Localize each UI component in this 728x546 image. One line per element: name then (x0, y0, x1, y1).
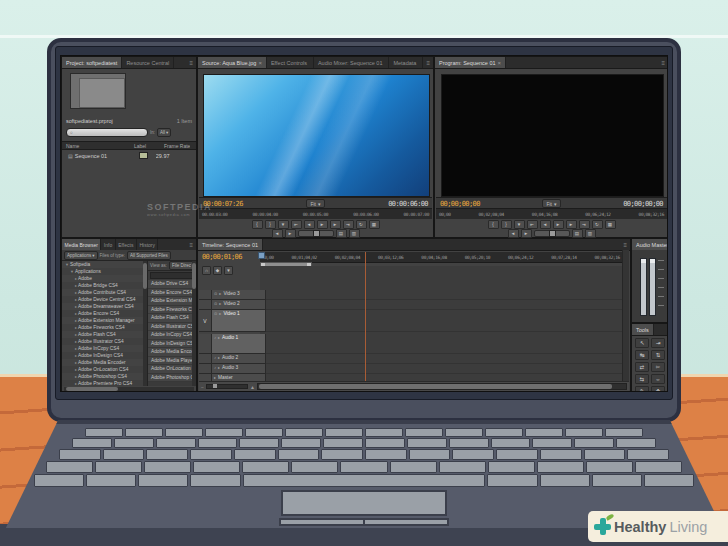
keyboard-key[interactable] (243, 474, 486, 487)
keyboard-key[interactable] (627, 449, 669, 460)
keyboard-key[interactable] (449, 438, 489, 448)
timeline-zoom-slider[interactable] (206, 384, 248, 389)
tools-tab[interactable]: Tools (632, 324, 654, 335)
keyboard-key[interactable] (72, 438, 112, 448)
source-ruler[interactable]: 00:00:03:0000:00:04:0000:00:05:0000:00:0… (199, 208, 432, 219)
keyboard-key[interactable] (146, 449, 188, 460)
program-zoom-select[interactable]: Fit▾ (542, 199, 560, 208)
media-tab[interactable]: Info (101, 239, 115, 250)
twirl-icon[interactable]: ▸ (75, 276, 77, 281)
media-file-item[interactable]: Adobe Encore CS4 (148, 289, 196, 298)
twirl-icon[interactable]: ▸ (75, 332, 77, 337)
media-file-item[interactable]: Adobe InCopy CS4 (148, 331, 196, 340)
keyboard-key[interactable] (144, 461, 191, 473)
lift-button[interactable]: ▤ (572, 229, 583, 238)
jog-right-button[interactable]: ► (521, 229, 532, 238)
set-unnumbered-marker-icon[interactable]: ▼ (224, 266, 233, 275)
twirl-icon[interactable]: ▸ (218, 335, 220, 340)
keyboard-key[interactable] (407, 438, 447, 448)
keyboard-key[interactable] (365, 428, 403, 437)
keyboard-key[interactable] (592, 474, 642, 487)
twirl-icon[interactable]: ▸ (218, 365, 220, 370)
go-to-in-button[interactable]: ⇤ (527, 220, 538, 229)
snap-icon[interactable]: ∩ (202, 266, 211, 275)
keyboard-key[interactable] (340, 461, 387, 473)
media-file-item[interactable]: Adobe Illustrator CS4 (148, 323, 196, 332)
search-input[interactable]: ○ (66, 128, 148, 137)
source-tab[interactable]: Audio Mixer: Sequence 01 (314, 57, 390, 68)
media-file-item[interactable]: Adobe OnLocation CS4 (148, 365, 196, 374)
program-tab[interactable]: Program: Sequence 01 × (435, 57, 506, 68)
go-to-out-button[interactable]: ⇥ (579, 220, 590, 229)
toggle-track-output-icon[interactable]: ⊙ (214, 311, 217, 316)
panel-menu-icon[interactable]: ≡ (186, 239, 196, 250)
keyboard-key[interactable] (156, 438, 196, 448)
step-forward-button[interactable]: ► (330, 220, 341, 229)
media-file-item[interactable]: Adobe Media Player (148, 357, 196, 366)
twirl-icon[interactable]: ▸ (75, 346, 77, 351)
cti-head[interactable] (258, 252, 265, 259)
twirl-icon[interactable]: ▸ (75, 290, 77, 295)
media-tab[interactable]: History (137, 239, 159, 250)
toggle-track-audio-icon[interactable]: ♪ (214, 355, 216, 360)
media-file-item[interactable]: Adobe Photoshop CS4 (148, 374, 196, 383)
twirl-icon[interactable]: ▸ (75, 339, 77, 344)
media-tree-item[interactable]: ▸ Adobe Media Encoder (62, 359, 146, 366)
toggle-track-output-icon[interactable]: ⊙ (214, 301, 217, 306)
jog-right-button[interactable]: ► (285, 229, 296, 238)
track-audio-3[interactable]: ♪▸Audio 3 (199, 364, 622, 374)
keyboard-key[interactable] (245, 428, 283, 437)
keyboard-key[interactable] (190, 474, 240, 487)
selection-tool[interactable]: ↖ (635, 338, 649, 348)
keyboard-key[interactable] (205, 428, 243, 437)
track-audio-2[interactable]: ♪▸Audio 2 (199, 354, 622, 364)
timeline-timecode[interactable]: 00;00;01;06 (202, 253, 242, 261)
keyboard-key[interactable] (125, 428, 163, 437)
keyboard-key[interactable] (86, 474, 136, 487)
go-to-out-button[interactable]: ⇥ (343, 220, 354, 229)
media-file-item[interactable]: Adobe Drive CS4 (148, 280, 196, 289)
keyboard-key[interactable] (285, 428, 323, 437)
keyboard-key[interactable] (491, 438, 531, 448)
timeline-ruler[interactable]: 00;0000;01;04;0200;02;08;0400;03;12;0600… (260, 252, 622, 263)
keyboard-key[interactable] (281, 438, 321, 448)
location-dropdown[interactable]: Applications ▾ (64, 251, 98, 260)
column-name[interactable]: Name (66, 143, 134, 149)
twirl-icon[interactable]: ▼ (70, 269, 74, 274)
view-as-dropdown[interactable]: File Directory (169, 261, 194, 270)
twirl-icon[interactable]: ▸ (75, 311, 77, 316)
keyboard-key[interactable] (405, 428, 443, 437)
keyboard-key[interactable] (365, 438, 405, 448)
insert-button[interactable]: ▤ (336, 229, 347, 238)
keyboard-key[interactable] (291, 461, 338, 473)
keyboard-key[interactable] (540, 449, 582, 460)
twirl-icon[interactable]: ▸ (75, 381, 77, 386)
keyboard-key[interactable] (445, 428, 483, 437)
twirl-icon[interactable]: ▸ (75, 367, 77, 372)
set-encore-chapter-marker-icon[interactable]: ◆ (213, 266, 222, 275)
media-tab[interactable]: Effects (116, 239, 137, 250)
media-tree-item[interactable]: ▼ Applications (62, 268, 146, 275)
twirl-icon[interactable]: ▸ (214, 375, 216, 380)
keyboard-key[interactable] (537, 461, 584, 473)
project-tab[interactable]: Resource Central (122, 57, 174, 68)
keyboard-key[interactable] (644, 474, 694, 487)
twirl-icon[interactable]: ▸ (75, 353, 77, 358)
media-file-item[interactable]: Adobe Flash CS4 (148, 314, 196, 323)
panel-menu-icon[interactable]: ≡ (658, 57, 668, 68)
media-tree-item[interactable]: ▸ Adobe OnLocation CS4 (62, 366, 146, 373)
keyboard-key[interactable] (584, 449, 626, 460)
keyboard-key[interactable] (114, 438, 154, 448)
panel-menu-icon[interactable]: ≡ (186, 57, 196, 68)
set-in-point-button[interactable]: { (252, 220, 263, 229)
sequence-row[interactable]: ▤ Sequence 01 29.97 (62, 151, 196, 160)
audio-meters-tab[interactable]: Audio Master Meters (632, 239, 668, 250)
jog-left-button[interactable]: ◄ (272, 229, 283, 238)
twirl-icon[interactable]: ▼ (65, 262, 69, 267)
media-tree-item[interactable]: ▸ Adobe InDesign CS4 (62, 352, 146, 359)
keyboard-key[interactable] (616, 438, 656, 448)
source-zoom-select[interactable]: Fit▾ (306, 199, 324, 208)
razor-tool[interactable]: ✂ (651, 362, 665, 372)
keyboard-key[interactable] (439, 461, 486, 473)
program-ruler[interactable]: 00;0000;02;08;0400;04;16;0800;06;24;1200… (436, 208, 667, 219)
